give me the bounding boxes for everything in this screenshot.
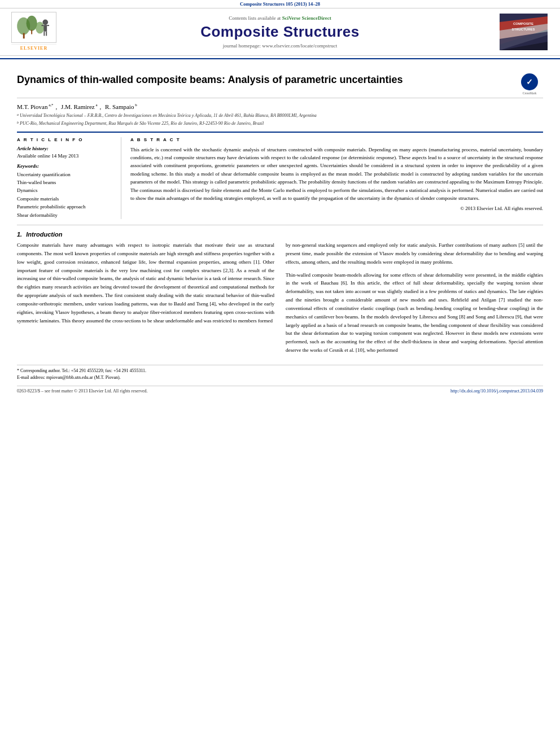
svg-text:COMPOSITE: COMPOSITE	[513, 22, 533, 25]
author-2-sup: a	[95, 103, 98, 107]
crossmark-circle: ✓	[521, 73, 538, 90]
svg-point-2	[27, 16, 37, 31]
footer-doi-link[interactable]: http://dx.doi.org/10.1016/j.compstruct.2…	[450, 388, 543, 394]
footnotes-section: * Corresponding author. Tel.: +54 291 45…	[17, 365, 543, 381]
keyword-6: Shear deformability	[17, 211, 114, 219]
author-3: R. Sampaio	[105, 103, 134, 110]
journal-banner: ELSEVIER Contents lists available at Sci…	[0, 8, 560, 56]
author-3-sup: b	[134, 103, 137, 107]
keywords-label: Keywords:	[17, 163, 114, 169]
journal-main-title: Composite Structures	[62, 23, 498, 41]
copyright-line: © 2013 Elsevier Ltd. All rights reserved…	[130, 206, 543, 211]
article-history-label: Article history:	[17, 146, 114, 151]
intro-left-col: Composite materials have many advantages…	[17, 241, 274, 359]
section-title: Introduction	[26, 231, 62, 238]
article-info-column: A R T I C L E I N F O Article history: A…	[17, 137, 121, 219]
affiliations: a Universidad Tecnológica Nacional – F.R…	[17, 112, 543, 127]
introduction-body: Composite materials have many advantages…	[17, 241, 543, 359]
section-divider	[17, 225, 543, 225]
intro-para-left-1: Composite materials have many advantages…	[17, 241, 274, 325]
introduction-title: 1. Introduction	[17, 231, 543, 238]
article-info-label: A R T I C L E I N F O	[17, 137, 114, 142]
sciverse-line: Contents lists available at SciVerse Sci…	[62, 15, 498, 21]
composite-structures-logo: COMPOSITE STRUCTURES	[498, 12, 549, 52]
svg-rect-4	[23, 33, 25, 39]
keyword-1: Uncertainty quantification	[17, 171, 114, 178]
author-1-sup: a,*	[48, 103, 54, 107]
article-info-abstract: A R T I C L E I N F O Article history: A…	[17, 132, 543, 219]
sciverse-text: Contents lists available at	[229, 15, 282, 21]
affiliation-2: b PUC-Rio, Mechanical Engineering Depart…	[17, 120, 543, 127]
keyword-4: Composite materials	[17, 195, 114, 203]
journal-title-center: Contents lists available at SciVerse Sci…	[62, 15, 498, 49]
intro-para-right-2: Thin-walled composite beam-models allowi…	[286, 271, 543, 355]
svg-point-6	[42, 20, 48, 25]
authors-line: M.T. Piovan a,*, J.M. Ramirez a, R. Samp…	[17, 103, 543, 110]
svg-rect-9	[47, 25, 49, 26]
crossmark-text: CrossMark	[523, 91, 536, 95]
article-container: Dynamics of thin-walled composite beams:…	[0, 59, 560, 399]
affiliation-1: a Universidad Tecnológica Nacional – F.R…	[17, 112, 543, 119]
homepage-text: journal homepage: www.elsevier.com/locat…	[223, 43, 337, 49]
footnote-star: * Corresponding author. Tel.: +54 291 45…	[17, 368, 543, 374]
abstract-text: This article is concerned with the stoch…	[130, 146, 543, 203]
keyword-3: Dynamics	[17, 186, 114, 194]
crossmark-logo[interactable]: ✓ CrossMark	[516, 73, 543, 95]
keywords-list: Uncertainty quantification Thin-walled b…	[17, 171, 114, 219]
article-available-online: Available online 14 May 2013	[17, 153, 114, 159]
svg-text:STRUCTURES: STRUCTURES	[511, 28, 535, 31]
svg-rect-8	[42, 25, 44, 26]
svg-rect-5	[31, 30, 32, 34]
introduction-section: 1. Introduction Composite materials have…	[17, 231, 543, 359]
intro-right-col: by non-general stacking sequences and em…	[286, 241, 543, 359]
article-title-section: Dynamics of thin-walled composite beams:…	[17, 73, 543, 98]
footer-bar: 0263-8223/$ – see front matter © 2013 El…	[17, 386, 543, 394]
footer-issn: 0263-8223/$ – see front matter © 2013 El…	[17, 388, 148, 394]
article-title: Dynamics of thin-walled composite beams:…	[17, 73, 510, 87]
svg-rect-11	[46, 32, 47, 36]
elsevier-wordmark: ELSEVIER	[11, 44, 56, 52]
elsevier-logo: ELSEVIER	[11, 12, 62, 52]
svg-rect-7	[43, 25, 47, 32]
section-number: 1.	[17, 231, 22, 238]
author-1: M.T. Piovan	[17, 103, 48, 110]
footnote-email: E-mail address: mpiovan@frbb.utn.edu.ar …	[17, 374, 543, 381]
keyword-2: Thin-walled beams	[17, 178, 114, 186]
author-2: J.M. Ramirez	[61, 103, 95, 110]
svg-rect-10	[43, 32, 45, 36]
intro-para-right-1: by non-general stacking sequences and em…	[286, 241, 543, 267]
abstract-column: A B S T R A C T This article is concerne…	[130, 137, 543, 219]
doi-bar: Composite Structures 105 (2013) 14–28	[0, 0, 560, 8]
keyword-5: Parametric probabilistic approach	[17, 203, 114, 211]
abstract-label: A B S T R A C T	[130, 137, 543, 142]
sciverse-link[interactable]: SciVerse ScienceDirect	[282, 15, 331, 21]
journal-homepage: journal homepage: www.elsevier.com/locat…	[62, 43, 498, 49]
